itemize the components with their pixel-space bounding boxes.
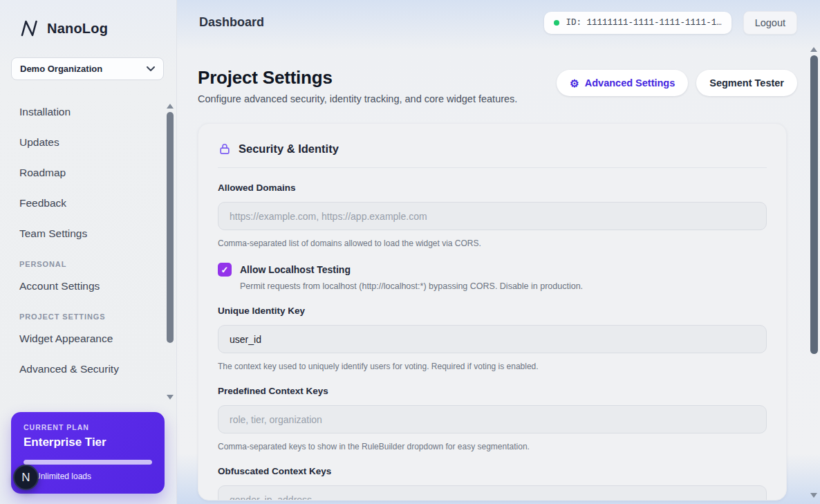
page-title: Project Settings [198, 67, 517, 88]
session-id-badge: ID: 11111111-1111-1111-1111-1… [544, 12, 732, 34]
app-root: NanoLog Demo Organization Installation U… [0, 0, 820, 504]
identity-key-help: The context key used to uniquely identif… [218, 362, 767, 371]
plan-eyebrow: CURRENT PLAN [24, 423, 152, 431]
session-id-text: ID: 11111111-1111-1111-1111-1… [566, 18, 722, 28]
main-scrollbar-thumb[interactable] [810, 55, 818, 354]
plan-tier: Enterprise Tier [24, 436, 152, 449]
plan-progress-track [24, 460, 152, 465]
allow-localhost-label: Allow Localhost Testing [240, 264, 351, 275]
field-identity-key: Unique Identity Key The context key used… [218, 306, 767, 371]
identity-key-input[interactable] [218, 325, 767, 353]
obfuscated-keys-input[interactable] [218, 485, 767, 501]
header-buttons: ⚙ Advanced Settings Segment Tester [557, 70, 797, 96]
nanolog-logo-icon [18, 18, 39, 39]
sidebar-nav: Installation Updates Roadmap Feedback Te… [19, 97, 176, 384]
allowed-domains-help: Comma-separated list of domains allowed … [218, 239, 767, 248]
page-subtitle: Configure advanced security, identity tr… [198, 93, 517, 104]
lock-icon [218, 142, 232, 156]
allowed-domains-label: Allowed Domains [218, 183, 767, 193]
allow-localhost-checkbox-row[interactable]: ✓ Allow Localhost Testing [218, 263, 767, 277]
sidebar-item-roadmap[interactable]: Roadmap [19, 158, 176, 188]
logout-button[interactable]: Logout [743, 11, 797, 35]
advanced-settings-button[interactable]: ⚙ Advanced Settings [557, 70, 688, 96]
scroll-down-arrow-icon[interactable] [810, 493, 817, 498]
card-header: Security & Identity [218, 142, 767, 156]
advanced-settings-label: Advanced Settings [585, 77, 675, 88]
org-selector[interactable]: Demo Organization [11, 57, 164, 80]
page-header: Project Settings Configure advanced secu… [198, 67, 797, 104]
allow-localhost-description: Permit requests from localhost (http://l… [240, 281, 767, 291]
plan-usage-label: Unlimited loads [24, 472, 152, 481]
brand-logo-row: NanoLog [0, 0, 176, 39]
widget-launcher-avatar[interactable]: N [13, 465, 39, 490]
segment-tester-label: Segment Tester [709, 77, 784, 88]
scroll-down-arrow-icon[interactable] [167, 395, 174, 400]
sidebar-section-project-settings: PROJECT SETTINGS [19, 312, 176, 321]
sidebar-item-team-settings[interactable]: Team Settings [19, 218, 176, 249]
sidebar-item-updates[interactable]: Updates [19, 127, 176, 158]
gear-icon: ⚙ [570, 78, 579, 88]
predefined-keys-input[interactable] [218, 405, 767, 433]
obfuscated-keys-label: Obfuscated Context Keys [218, 466, 767, 476]
main-content: Project Settings Configure advanced secu… [177, 45, 820, 504]
launcher-initial: N [21, 471, 30, 485]
security-identity-card: Security & Identity Allowed Domains Comm… [198, 123, 787, 501]
card-title: Security & Identity [239, 142, 339, 156]
topbar: Dashboard ID: 11111111-1111-1111-1111-1…… [177, 0, 820, 45]
allowed-domains-input[interactable] [218, 202, 767, 230]
sidebar-section-personal: PERSONAL [19, 260, 176, 268]
topbar-right: ID: 11111111-1111-1111-1111-1… Logout [544, 11, 797, 35]
checkbox-checked-icon[interactable]: ✓ [218, 263, 232, 277]
org-selector-value: Demo Organization [20, 64, 102, 74]
sidebar-item-feedback[interactable]: Feedback [19, 188, 176, 218]
card-divider [218, 167, 767, 168]
predefined-keys-help: Comma-separated keys to show in the Rule… [218, 442, 767, 451]
field-obfuscated-keys: Obfuscated Context Keys Comma-separated … [218, 466, 767, 501]
sidebar-item-account-settings[interactable]: Account Settings [19, 271, 176, 301]
main-scrollbar[interactable] [810, 46, 818, 499]
page-breadcrumb-title: Dashboard [199, 15, 264, 30]
identity-key-label: Unique Identity Key [218, 306, 767, 316]
page-header-text: Project Settings Configure advanced secu… [198, 67, 517, 104]
sidebar-scrollbar[interactable] [166, 102, 174, 401]
sidebar-item-installation[interactable]: Installation [19, 97, 176, 127]
segment-tester-button[interactable]: Segment Tester [696, 70, 797, 96]
sidebar: NanoLog Demo Organization Installation U… [0, 0, 177, 504]
scroll-up-arrow-icon[interactable] [167, 104, 174, 109]
sidebar-item-advanced-security[interactable]: Advanced & Security [19, 354, 176, 384]
sidebar-scrollbar-thumb[interactable] [167, 112, 174, 343]
plan-progress-fill [24, 460, 152, 465]
predefined-keys-label: Predefined Context Keys [218, 386, 767, 396]
chevron-down-icon [147, 66, 155, 72]
status-dot-icon [554, 20, 559, 26]
field-predefined-keys: Predefined Context Keys Comma-separated … [218, 386, 767, 451]
field-allowed-domains: Allowed Domains Comma-separated list of … [218, 183, 767, 248]
field-allow-localhost: ✓ Allow Localhost Testing Permit request… [218, 263, 767, 291]
sidebar-item-widget-appearance[interactable]: Widget Appearance [19, 324, 176, 354]
scroll-up-arrow-icon[interactable] [810, 47, 817, 52]
brand-name: NanoLog [47, 21, 108, 37]
